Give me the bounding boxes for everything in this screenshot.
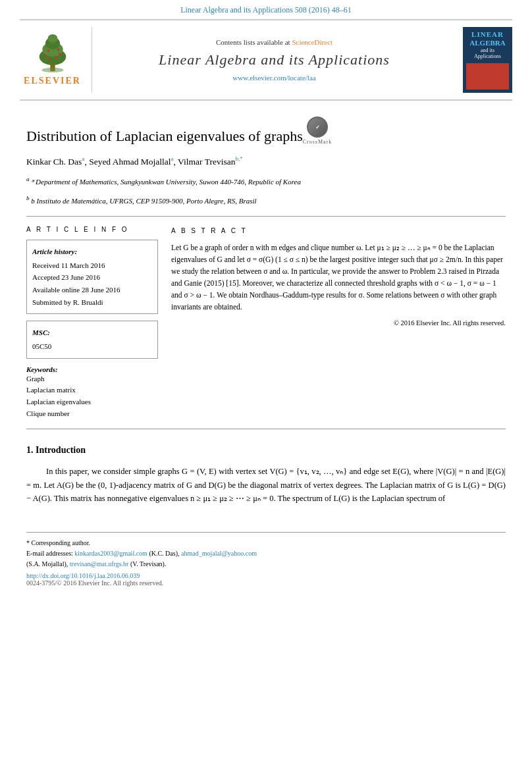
email-addresses-line: E-mail addresses: kinkardas2003@gmail.co…	[26, 548, 506, 559]
svg-point-5	[47, 34, 57, 43]
introduction-paragraph: In this paper, we consider simple graphs…	[26, 465, 506, 506]
keywords-label: Keywords:	[26, 365, 58, 373]
paper-body: Distribution of Laplacian eigenvalues of…	[0, 101, 532, 519]
msc-label: MSC:	[32, 327, 152, 339]
email-das[interactable]: kinkardas2003@gmail.com	[74, 550, 147, 557]
msc-box: MSC: 05C50	[26, 321, 158, 358]
authors-line: Kinkar Ch. Dasa, Seyed Ahmad Mojallala, …	[26, 155, 506, 167]
svg-point-1	[41, 68, 63, 72]
corresponding-author-note: * Corresponding author.	[26, 538, 506, 548]
affiliation-a: a ᵃ Department of Mathematics, Sungkyunk…	[26, 174, 506, 188]
citation-text: Linear Algebra and its Applications 508 …	[180, 5, 352, 14]
abstract-text: Let G be a graph of order n with m edges…	[171, 242, 506, 313]
section-1-header: 1. Introduction	[26, 445, 506, 456]
svg-point-6	[44, 55, 47, 57]
svg-point-9	[55, 57, 57, 59]
title-row: Distribution of Laplacian eigenvalues of…	[26, 114, 506, 155]
history-box: Article history: Received 11 March 2016 …	[26, 240, 158, 314]
affiliation-marker-a: a	[82, 155, 84, 162]
cover-linear: LINEAR	[471, 30, 504, 39]
sciencedirect-link[interactable]: ScienceDirect	[292, 38, 332, 46]
journal-header: ELSEVIER Contents lists available at Sci…	[20, 19, 512, 101]
email-trevisan[interactable]: trevisan@mat.ufrgs.br	[70, 560, 129, 567]
msc-code: 05C50	[32, 342, 51, 350]
svg-point-10	[47, 49, 49, 52]
submitted-by: Submitted by R. Brualdi	[32, 298, 103, 306]
article-info-header: A R T I C L E I N F O	[26, 226, 158, 233]
keyword-laplacian-matrix: Laplacian matrix	[26, 384, 158, 396]
cover-applications: Applications	[474, 53, 501, 59]
history-label: Article history:	[32, 246, 152, 258]
svg-point-8	[48, 58, 51, 61]
keywords-section: Keywords: Graph Laplacian matrix Laplaci…	[26, 365, 158, 419]
copyright-text: © 2016 Elsevier Inc. All rights reserved…	[171, 318, 506, 329]
cover-algebra: ALGEBRA	[469, 39, 505, 47]
email-mojalal[interactable]: ahmad_mojalal@yahoo.com	[181, 550, 257, 557]
journal-title: Linear Algebra and its Applications	[105, 51, 443, 68]
svg-point-7	[59, 53, 61, 56]
divider-2	[26, 429, 506, 429]
elsevier-logo: ELSEVIER	[20, 27, 92, 93]
contents-line: Contents lists available at ScienceDirec…	[105, 38, 443, 46]
citation-bar: Linear Algebra and its Applications 508 …	[0, 0, 532, 19]
elsevier-brand-text: ELSEVIER	[24, 76, 81, 86]
accepted-date: Accepted 23 June 2016	[32, 273, 100, 281]
svg-point-11	[57, 48, 59, 51]
keyword-graph: Graph	[26, 373, 158, 385]
email-addresses-line-2: (S.A. Mojallal), trevisan@mat.ufrgs.br (…	[26, 559, 506, 569]
affiliation-marker-a2: a	[171, 155, 174, 162]
abstract-column: A B S T R A C T Let G be a graph of orde…	[171, 226, 506, 419]
affiliation-marker-b: b,*	[235, 155, 242, 162]
journal-cover-image: LINEAR ALGEBRA and its Applications	[463, 27, 512, 93]
elsevier-tree-icon	[26, 34, 79, 73]
paper-title: Distribution of Laplacian eigenvalues of…	[26, 127, 303, 146]
cover-and-its: and its	[481, 47, 494, 53]
divider-1	[26, 216, 506, 217]
doi-line[interactable]: http://dx.doi.org/10.1016/j.laa.2016.06.…	[26, 572, 506, 579]
keyword-laplacian-eigenvalues: Laplacian eigenvalues	[26, 396, 158, 408]
crossmark-badge: ✓ CrossMark	[303, 117, 332, 145]
affiliation-b: b b Instituto de Matemática, UFRGS, CEP …	[26, 194, 506, 207]
received-date: Received 11 March 2016	[32, 261, 105, 269]
journal-url[interactable]: www.elsevier.com/locate/laa	[105, 74, 443, 82]
abstract-header: A B S T R A C T	[171, 226, 506, 236]
article-info-abstract: A R T I C L E I N F O Article history: R…	[26, 226, 506, 419]
footer-section: * Corresponding author. E-mail addresses…	[26, 532, 506, 592]
issn-line: 0024-3795/© 2016 Elsevier Inc. All right…	[26, 579, 506, 587]
keyword-clique-number: Clique number	[26, 408, 158, 420]
article-info-column: A R T I C L E I N F O Article history: R…	[26, 226, 158, 419]
available-date: Available online 28 June 2016	[32, 286, 120, 294]
journal-info: Contents lists available at ScienceDirec…	[92, 27, 456, 93]
